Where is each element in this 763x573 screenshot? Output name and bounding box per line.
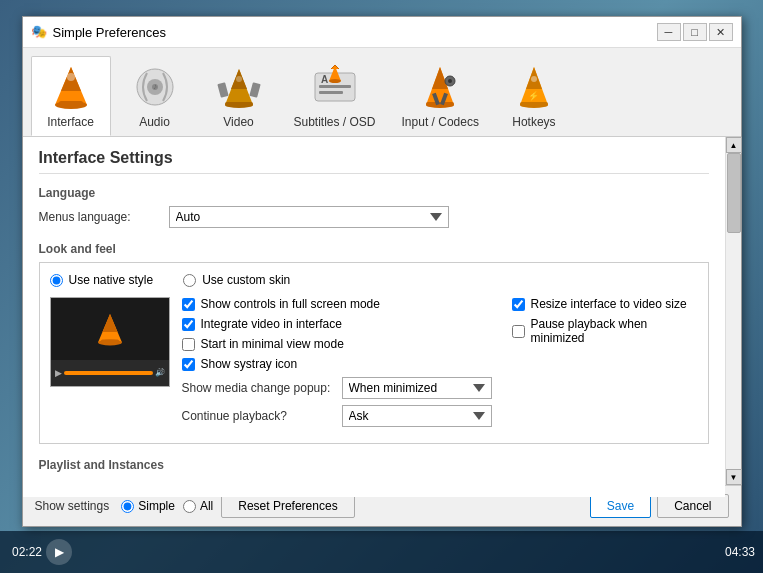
checkboxes-section: Show controls in full screen mode Integr…	[182, 297, 698, 433]
reset-button[interactable]: Reset Preferences	[221, 494, 354, 518]
playlist-label: Playlist and Instances	[39, 458, 709, 472]
custom-skin-radio[interactable]	[183, 274, 196, 287]
tab-input[interactable]: Input / Codecs	[391, 56, 490, 136]
content-scroll: Interface Settings Language Menus langua…	[23, 137, 725, 485]
tab-video[interactable]: Video	[199, 56, 279, 136]
interface-icon	[47, 63, 95, 111]
scrollbar-down-arrow[interactable]: ▼	[726, 469, 742, 485]
tab-interface[interactable]: Interface	[31, 56, 111, 136]
skin-radio-row: Use native style Use custom skin	[50, 273, 698, 287]
svg-rect-17	[319, 85, 351, 88]
time-left: 02:22	[12, 545, 42, 559]
preview-progress-bar	[64, 371, 153, 375]
scrollbar[interactable]: ▲ ▼	[725, 137, 741, 485]
svg-point-4	[67, 73, 75, 81]
custom-skin-text: Use custom skin	[202, 273, 290, 287]
systray-checkbox[interactable]	[182, 358, 195, 371]
integrate-video-checkbox[interactable]	[182, 318, 195, 331]
play-button[interactable]: ▶	[46, 539, 72, 565]
pause-minimized-checkbox[interactable]	[512, 325, 525, 338]
maximize-button[interactable]: □	[683, 23, 707, 41]
input-tab-label: Input / Codecs	[402, 115, 479, 129]
systray-text: Show systray icon	[201, 357, 298, 371]
menus-language-label: Menus language:	[39, 210, 159, 224]
media-popup-select[interactable]: When minimized Always Never	[342, 377, 492, 399]
minimize-button[interactable]: ─	[657, 23, 681, 41]
all-radio-label[interactable]: All	[183, 499, 213, 513]
media-popup-label: Show media change popup:	[182, 381, 332, 395]
simple-radio-label[interactable]: Simple	[121, 499, 175, 513]
language-label: Language	[39, 186, 709, 200]
svg-text:⚡: ⚡	[528, 90, 540, 102]
integrate-video-checkbox-label[interactable]: Integrate video in interface	[182, 317, 492, 331]
menus-language-select[interactable]: Auto English French	[169, 206, 449, 228]
window-controls: ─ □ ✕	[657, 23, 733, 41]
pause-minimized-checkbox-label[interactable]: Pause playback when minimized	[512, 317, 698, 345]
all-radio-text: All	[200, 499, 213, 513]
audio-tab-label: Audio	[139, 115, 170, 129]
minimal-view-checkbox[interactable]	[182, 338, 195, 351]
cancel-button[interactable]: Cancel	[657, 494, 728, 518]
scrollbar-up-arrow[interactable]: ▲	[726, 137, 742, 153]
taskbar: 02:22 ▶ 04:33	[0, 531, 763, 573]
time-right: 04:33	[725, 545, 755, 559]
svg-point-34	[531, 76, 537, 82]
audio-icon: ♪	[131, 63, 179, 111]
close-button[interactable]: ✕	[709, 23, 733, 41]
svg-marker-37	[102, 314, 117, 332]
tab-hotkeys[interactable]: ⚡ Hotkeys	[494, 56, 574, 136]
preview-controls: ▶ 🔊	[51, 360, 169, 386]
continue-label: Continue playback?	[182, 409, 332, 423]
checks-col-right: Resize interface to video size Pause pla…	[492, 297, 698, 433]
resize-interface-checkbox-label[interactable]: Resize interface to video size	[512, 297, 698, 311]
simple-radio[interactable]	[121, 500, 134, 513]
all-radio[interactable]	[183, 500, 196, 513]
tab-audio[interactable]: ♪ Audio	[115, 56, 195, 136]
continue-playback-row: Continue playback? Ask Always Never	[182, 405, 492, 427]
title-bar: 🎭 Simple Preferences ─ □ ✕	[23, 17, 741, 48]
menus-language-field: Menus language: Auto English French	[39, 206, 709, 228]
show-settings-label: Show settings	[35, 499, 110, 513]
save-button[interactable]: Save	[590, 494, 651, 518]
svg-rect-39	[101, 339, 119, 342]
svg-text:A: A	[321, 74, 328, 85]
hotkeys-icon: ⚡	[510, 63, 558, 111]
media-popup-row: Show media change popup: When minimized …	[182, 377, 492, 399]
preview-checks-area: ▶ 🔊 Show controls in f	[50, 297, 698, 433]
native-style-radio-label[interactable]: Use native style	[50, 273, 154, 287]
footer-action-buttons: Save Cancel	[590, 494, 729, 518]
subtitles-icon: A	[311, 63, 359, 111]
svg-point-12	[236, 76, 242, 82]
show-controls-checkbox-label[interactable]: Show controls in full screen mode	[182, 297, 492, 311]
svg-rect-3	[59, 101, 83, 105]
systray-checkbox-label[interactable]: Show systray icon	[182, 357, 492, 371]
tab-subtitles[interactable]: A Subtitles / OSD	[283, 56, 387, 136]
integrate-video-text: Integrate video in interface	[201, 317, 342, 331]
svg-rect-33	[520, 102, 548, 106]
input-icon	[416, 63, 464, 111]
scrollbar-thumb[interactable]	[727, 153, 741, 233]
native-style-radio[interactable]	[50, 274, 63, 287]
video-tab-label: Video	[223, 115, 253, 129]
minimal-view-checkbox-label[interactable]: Start in minimal view mode	[182, 337, 492, 351]
look-feel-section: Use native style Use custom skin	[39, 262, 709, 444]
show-controls-checkbox[interactable]	[182, 298, 195, 311]
preview-cone-icon	[92, 311, 128, 347]
custom-skin-radio-label[interactable]: Use custom skin	[183, 273, 290, 287]
content-area: Interface Settings Language Menus langua…	[23, 137, 741, 485]
simple-radio-text: Simple	[138, 499, 175, 513]
content-panel: Interface Settings Language Menus langua…	[23, 137, 725, 497]
nav-tabs: Interface ♪ Audio	[23, 48, 741, 137]
dialog-title: Simple Preferences	[53, 25, 657, 40]
continue-select[interactable]: Ask Always Never	[342, 405, 492, 427]
svg-point-21	[329, 79, 341, 83]
minimal-view-text: Start in minimal view mode	[201, 337, 344, 351]
playlist-section: Playlist and Instances	[39, 458, 709, 472]
svg-point-29	[448, 79, 452, 83]
svg-rect-13	[225, 102, 253, 106]
show-controls-text: Show controls in full screen mode	[201, 297, 380, 311]
vlc-icon: 🎭	[31, 24, 47, 40]
checks-col-left: Show controls in full screen mode Integr…	[182, 297, 492, 433]
resize-interface-checkbox[interactable]	[512, 298, 525, 311]
preview-inner	[51, 298, 169, 360]
